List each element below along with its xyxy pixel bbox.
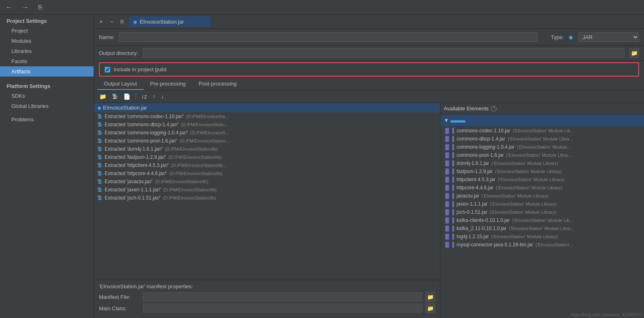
file-path: (D:/FM/EInvoiceSta... [186, 114, 229, 119]
extracted-jar-icon: 🗜 [97, 154, 102, 160]
up-icon-button[interactable]: ↑ [151, 92, 158, 101]
include-build-checkbox[interactable] [105, 67, 110, 72]
main-class-browse-button[interactable]: 📁 [425, 303, 435, 313]
archive-icon-button[interactable]: 🗜 [110, 92, 120, 101]
lib-name: commons-logging-1.0.4.jar [457, 144, 515, 150]
lib-name: commons-dbcp-1.4.jar [457, 136, 505, 142]
manifest-file-row: Manifest File: 📁 [99, 292, 435, 302]
output-dir-input[interactable] [143, 48, 624, 58]
sidebar-item-libraries[interactable]: Libraries [0, 46, 94, 56]
lib-desc: ('EInvoiceStation' Module Libra... [509, 226, 574, 231]
include-build-label: Include in project build [114, 66, 166, 72]
list-item[interactable]: ▐▌▐ httpcore-4.4.6.jar ('EInvoiceStation… [440, 184, 644, 192]
file-path: (D:/FM/EInvoiceStation/lib) [163, 195, 216, 200]
lib-icon: ▐▌▐ [444, 169, 454, 174]
output-dir-browse-button[interactable]: 📁 [629, 48, 639, 58]
manifest-browse-button[interactable]: 📁 [425, 292, 435, 302]
watermark: https://blog.csdn.net/weixin_411003771 [571, 313, 642, 317]
list-item[interactable]: ▐▌▐ httpclient-4.5.3.jar ('EInvoiceStati… [440, 175, 644, 184]
list-item[interactable]: ▐▌▐ javacsv.jar ('EInvoiceStation' Modul… [440, 192, 644, 200]
list-item[interactable]: ▐▌▐ log4j-1.2.15.jar ('EInvoiceStation' … [440, 232, 644, 241]
list-item[interactable]: ▐▌▐ jaxen-1.1.1.jar ('EInvoiceStation' M… [440, 200, 644, 208]
list-item[interactable]: ▐▌▐ kafka_2.11-0.10.1.0.jar ('EInvoiceSt… [440, 224, 644, 232]
file-name: Extracted 'jsch-0.1.51.jar/' [105, 195, 160, 201]
file-icon-button[interactable]: 📄 [121, 92, 132, 101]
sidebar-item-problems[interactable]: Problems [0, 114, 94, 125]
extracted-jar-icon: 🗜 [97, 179, 102, 184]
name-input[interactable] [119, 32, 538, 42]
extracted-jar-icon: 🗜 [97, 138, 102, 144]
sidebar-item-modules[interactable]: Modules [0, 36, 94, 46]
list-item[interactable]: ▐▌▐ mysql-connector-java-5.1.28-bin.jar … [440, 241, 644, 249]
left-panel-title: EInvoiceStation.jar [103, 105, 147, 111]
forward-button[interactable]: → [20, 3, 31, 12]
extracted-jar-icon: 🗜 [97, 162, 102, 168]
file-name: Extracted 'jaxen-1.1.1.jar/' [105, 187, 161, 193]
lib-icon: ▐▌▐ [444, 193, 454, 199]
list-item[interactable]: 🗜 Extracted 'jsch-0.1.51.jar/' (D:/FM/EI… [94, 194, 440, 202]
remove-artifact-button[interactable]: − [108, 17, 115, 26]
lib-desc: ('EInvoiceStation' Module Library) [482, 193, 548, 198]
sidebar-item-facets[interactable]: Facets [0, 56, 94, 66]
list-item[interactable]: 🗜 Extracted 'dom4j-1.6.1.jar/' (D:/FM/EI… [94, 145, 440, 153]
sidebar-item-global-libraries[interactable]: Global Libraries [0, 101, 94, 111]
list-item[interactable]: 🗜 Extracted 'javacsv.jar/' (D:/FM/EInvoi… [94, 178, 440, 186]
lib-desc: ('EInvoiceStation' Module Library) [490, 210, 556, 215]
file-path: (D:/FM/EInvoiceStatio... [181, 122, 228, 127]
list-item[interactable]: ▐▌▐ commons-dbcp-1.4.jar ('EInvoiceStati… [440, 135, 644, 143]
lib-name: fastjson-1.2.9.jar [457, 169, 493, 174]
extracted-jar-icon: 🗜 [97, 114, 102, 119]
list-item[interactable]: 🗜 Extracted 'fastjson-1.2.9.jar/' (D:/FM… [94, 153, 440, 161]
sidebar-item-sdks[interactable]: SDKs [0, 91, 94, 101]
list-item[interactable]: ▐▌▐ kafka-clients-0.10.1.0.jar ('EInvoic… [440, 216, 644, 224]
list-item[interactable]: ▐▌▐ commons-codec-1.10.jar ('EInvoiceSta… [440, 127, 644, 135]
folder-icon-button[interactable]: 📁 [97, 92, 108, 101]
tab-post-processing[interactable]: Post-processing [192, 78, 243, 90]
list-item[interactable]: 🗜 Extracted 'httpcore-4.4.6.jar/' (D:/FM… [94, 169, 440, 178]
file-path: (D:/FM/EInvoiceStation/lib... [171, 163, 226, 168]
sidebar-item-project[interactable]: Project [0, 26, 94, 36]
file-path: (D:/FM/EInvoiceStation/lib) [163, 187, 217, 192]
back-button[interactable]: ← [3, 3, 15, 12]
list-item[interactable]: 🗜 Extracted 'commons-pool-1.6.jar/' (D:/… [94, 137, 440, 145]
right-panel-sub-header: ▼ ▬▬ [440, 114, 644, 127]
lib-name: kafka-clients-0.10.1.0.jar [457, 217, 510, 223]
type-select[interactable]: JAR [578, 32, 639, 42]
sort-icon-button[interactable]: ↕z [139, 92, 149, 101]
tab-pre-processing[interactable]: Pre-processing [144, 78, 192, 90]
lib-icon: ▐▌▐ [444, 226, 454, 231]
sidebar-item-artifacts[interactable]: Artifacts [0, 66, 94, 77]
list-item[interactable]: 🗜 Extracted 'commons-codec-1.10.jar/' (D… [94, 112, 440, 121]
lib-name: javacsv.jar [457, 193, 480, 199]
list-item[interactable]: 🗜 Extracted 'commons-dbcp-1.4.jar/' (D:/… [94, 121, 440, 129]
lib-icon: ▐▌▐ [444, 242, 454, 248]
list-item[interactable]: ▐▌▐ fastjson-1.2.9.jar ('EInvoiceStation… [440, 167, 644, 175]
list-item[interactable]: 🗜 Extracted 'jaxen-1.1.1.jar/' (D:/FM/EI… [94, 186, 440, 194]
help-icon[interactable]: ? [491, 106, 497, 112]
copy-artifact-button[interactable]: ⎘ [118, 17, 126, 26]
file-name: Extracted 'commons-codec-1.10.jar/' [105, 114, 184, 119]
add-artifact-button[interactable]: + [97, 17, 105, 26]
lib-name: dom4j-1.6.1.jar [457, 160, 489, 166]
lib-icon: ▐▌▐ [444, 234, 454, 239]
artifact-list-icon: ◆ [133, 19, 137, 25]
file-name: Extracted 'javacsv.jar/' [105, 179, 153, 184]
list-item[interactable]: ▐▌▐ dom4j-1.6.1.jar ('EInvoiceStation' M… [440, 159, 644, 167]
include-build-row: Include in project build [99, 62, 639, 77]
content-area: + − ⎘ ◆ EInvoiceStation:jar Name: Type: … [94, 15, 644, 318]
copy-button[interactable]: ⎘ [36, 3, 45, 12]
list-item[interactable]: ▐▌▐ jsch-0.1.51.jar ('EInvoiceStation' M… [440, 208, 644, 216]
main-class-input[interactable] [143, 304, 422, 313]
down-icon-button[interactable]: ↓ [159, 92, 166, 101]
file-name: Extracted 'fastjson-1.2.9.jar/' [105, 154, 166, 160]
right-panel-module-icon: ▬▬ [451, 116, 465, 125]
list-item[interactable]: ▐▌▐ commons-logging-1.0.4.jar ('EInvoice… [440, 143, 644, 151]
extracted-jar-icon: 🗜 [97, 122, 102, 127]
lib-desc: ('EInvoiceStation' Module Library) [492, 161, 559, 166]
manifest-file-input[interactable] [143, 292, 422, 301]
extracted-jar-icon: 🗜 [97, 146, 102, 152]
list-item[interactable]: 🗜 Extracted 'commons-logging-1.0.4.jar/'… [94, 129, 440, 137]
list-item[interactable]: ▐▌▐ commons-pool-1.6.jar ('EInvoiceStati… [440, 151, 644, 159]
list-item[interactable]: 🗜 Extracted 'httpclient-4.5.3.jar/' (D:/… [94, 161, 440, 169]
tab-output-layout[interactable]: Output Layout [97, 78, 144, 90]
